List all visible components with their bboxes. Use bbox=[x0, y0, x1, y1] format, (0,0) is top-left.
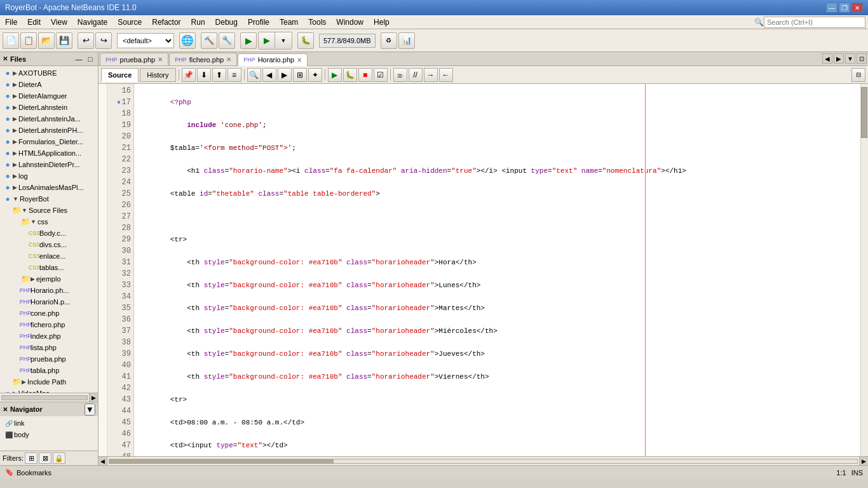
nav-item-link[interactable]: 🔗 link bbox=[1, 417, 97, 429]
maximize-panel-button[interactable]: □ bbox=[85, 54, 95, 64]
scroll-thumb-horiz[interactable] bbox=[109, 459, 334, 463]
gc-button[interactable]: ♻ bbox=[381, 32, 397, 49]
tree-item[interactable]: ● ▶ DieterA bbox=[0, 79, 98, 90]
tree-item-enlace-css[interactable]: CSS enlace... bbox=[0, 250, 98, 262]
menu-refactor[interactable]: Refactor bbox=[147, 17, 186, 28]
tree-item[interactable]: ● ▶ DieterAlamguer bbox=[0, 90, 98, 102]
menu-window[interactable]: Window bbox=[331, 17, 369, 28]
scroll-right-btn[interactable]: ▶ bbox=[89, 393, 98, 402]
tree-item-prueba[interactable]: PHP prueba.php bbox=[0, 353, 98, 365]
menu-profile[interactable]: Profile bbox=[243, 17, 275, 28]
split-editor-button[interactable]: ⊟ bbox=[851, 68, 865, 82]
tree-item[interactable]: ● ▶ HTML5Application... bbox=[0, 147, 98, 159]
debug-button[interactable]: 🐛 bbox=[297, 32, 314, 49]
search-next-button[interactable]: ▶ bbox=[278, 68, 292, 82]
source-tab-button[interactable]: Source bbox=[101, 68, 139, 82]
tab-fichero[interactable]: PHP fichero.php ✕ bbox=[169, 53, 237, 65]
menu-navigate[interactable]: Navigate bbox=[72, 17, 112, 28]
redo-button[interactable]: ↪ bbox=[95, 32, 112, 49]
browser-button[interactable]: 🌐 bbox=[179, 32, 196, 49]
menu-tools[interactable]: Tools bbox=[303, 17, 331, 28]
filter-btn-3[interactable]: 🔒 bbox=[53, 452, 65, 464]
nav-item-body[interactable]: ⬛ body bbox=[1, 429, 97, 440]
filter-btn-1[interactable]: ⊞ bbox=[25, 452, 37, 464]
tree-item-body-css[interactable]: CSS Body.c... bbox=[0, 227, 98, 239]
config-dropdown[interactable]: <default> bbox=[117, 33, 174, 48]
tree-item[interactable]: ● ▶ LosAnimalesMasPl... bbox=[0, 182, 98, 193]
toggle-bookmarks-button[interactable]: 📌 bbox=[182, 68, 196, 82]
debug-file-button[interactable]: 🐛 bbox=[343, 68, 357, 82]
run-file-button[interactable]: ▶ bbox=[328, 68, 342, 82]
menu-help[interactable]: Help bbox=[369, 17, 395, 28]
tree-item-fichero[interactable]: PHP fichero.php bbox=[0, 319, 98, 330]
filter-btn-2[interactable]: ⊠ bbox=[39, 452, 51, 464]
tab-prueba[interactable]: PHP prueba.php ✕ bbox=[100, 53, 168, 65]
close-tab-icon[interactable]: ✕ bbox=[297, 57, 302, 64]
menu-run[interactable]: Run bbox=[186, 17, 210, 28]
scroll-left-btn[interactable]: ◀ bbox=[98, 457, 107, 466]
clean-build-button[interactable]: 🔧 bbox=[219, 32, 235, 49]
scroll-right-btn[interactable]: ▶ bbox=[859, 457, 868, 466]
vertical-scrollbar[interactable] bbox=[860, 84, 868, 456]
run-dropdown-btn[interactable]: ▼ bbox=[275, 32, 292, 49]
tree-item[interactable]: ● ▶ DieterLahnsteinJa... bbox=[0, 113, 98, 125]
toggle-linenum-button[interactable]: ≡ bbox=[227, 68, 241, 82]
restore-tab-button[interactable]: ⊡ bbox=[857, 53, 867, 64]
close-files-icon[interactable]: ✕ bbox=[3, 55, 8, 62]
tree-item-divs-css[interactable]: CSS divs.cs... bbox=[0, 239, 98, 250]
tree-item-videomas[interactable]: ● ▶ VideoMas... bbox=[0, 388, 98, 393]
tree-item-ejemplo[interactable]: 📁 ▶ ejemplo bbox=[0, 273, 98, 285]
tree-item-royerbot[interactable]: ● ▼ RoyerBot bbox=[0, 193, 98, 205]
minimize-button[interactable]: — bbox=[826, 3, 837, 13]
tree-item[interactable]: ● ▶ AXOTUBRE bbox=[0, 67, 98, 79]
undo-button[interactable]: ↩ bbox=[78, 32, 94, 49]
find-usages-button[interactable]: ⊞ bbox=[293, 68, 307, 82]
tree-item-index[interactable]: PHP index.php bbox=[0, 330, 98, 342]
horizontal-scrollbar[interactable]: ◀ ▶ bbox=[98, 456, 868, 465]
prev-bookmark-button[interactable]: ⬆ bbox=[212, 68, 226, 82]
tree-item-source-files[interactable]: 📁 ▼ Source Files bbox=[0, 205, 98, 216]
tree-item[interactable]: ● ▶ LahnsteinDieterPr... bbox=[0, 159, 98, 170]
tree-item-horariom[interactable]: PHP HorarioN.p... bbox=[0, 296, 98, 308]
outdent-button[interactable]: ← bbox=[439, 68, 453, 82]
navigator-menu-button[interactable]: ▼ bbox=[85, 403, 95, 416]
tree-item[interactable]: ● ▶ log bbox=[0, 170, 98, 182]
run-group-btn[interactable]: ▶ bbox=[259, 32, 275, 49]
menu-edit[interactable]: Edit bbox=[22, 17, 46, 28]
comment-button[interactable]: // bbox=[409, 68, 423, 82]
open-project-button[interactable]: 📂 bbox=[38, 32, 55, 49]
right-gutter[interactable] bbox=[860, 84, 868, 456]
next-tab-button[interactable]: ▶ bbox=[834, 53, 844, 64]
search-button[interactable]: 🔍 bbox=[247, 68, 261, 82]
highlight-button[interactable]: ✦ bbox=[308, 68, 322, 82]
save-button[interactable]: 💾 bbox=[56, 32, 72, 49]
tree-item-tabla[interactable]: PHP tabla.php bbox=[0, 365, 98, 376]
tree-item-tablas-css[interactable]: CSS tablas... bbox=[0, 262, 98, 273]
tab-horario[interactable]: PHP Horario.php ✕ bbox=[238, 53, 308, 66]
search-prev-button[interactable]: ◀ bbox=[262, 68, 276, 82]
test-button[interactable]: ☑ bbox=[374, 68, 388, 82]
tree-item[interactable]: ● ▶ DieterLahnsteinPH... bbox=[0, 125, 98, 136]
tree-item-horario[interactable]: PHP Horario.ph... bbox=[0, 285, 98, 296]
tree-item[interactable]: ● ▶ DieterLahnstein bbox=[0, 102, 98, 113]
next-bookmark-button[interactable]: ⬇ bbox=[197, 68, 211, 82]
menu-debug[interactable]: Debug bbox=[210, 17, 243, 28]
maximize-button[interactable]: ❐ bbox=[839, 3, 850, 13]
close-tab-icon[interactable]: ✕ bbox=[226, 56, 231, 63]
profiler-button[interactable]: 📊 bbox=[398, 32, 415, 49]
format-button[interactable]: ⎄ bbox=[393, 68, 407, 82]
menu-view[interactable]: View bbox=[46, 17, 72, 28]
menu-team[interactable]: Team bbox=[275, 17, 303, 28]
prev-tab-button[interactable]: ◀ bbox=[822, 53, 832, 64]
code-content[interactable]: <?php include 'cone.php'; $tabla='<form … bbox=[134, 84, 860, 456]
indent-button[interactable]: → bbox=[424, 68, 438, 82]
tree-item-lista[interactable]: PHP lista.php bbox=[0, 342, 98, 353]
tree-scrollbar[interactable]: ▶ bbox=[0, 393, 98, 402]
close-tab-icon[interactable]: ✕ bbox=[158, 56, 163, 63]
history-tab-button[interactable]: History bbox=[140, 68, 175, 82]
menu-source[interactable]: Source bbox=[112, 17, 147, 28]
close-navigator-icon[interactable]: ✕ bbox=[3, 406, 8, 413]
tab-list-button[interactable]: ▼ bbox=[845, 53, 855, 64]
close-button[interactable]: ✕ bbox=[851, 3, 863, 13]
new-project-button[interactable]: 📄 bbox=[3, 32, 19, 49]
